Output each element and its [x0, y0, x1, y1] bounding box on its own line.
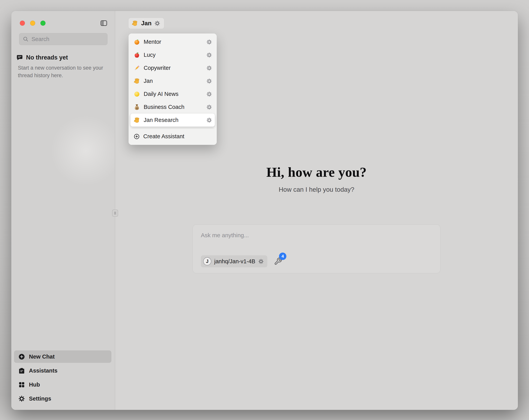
assistant-menu-item-copywriter[interactable]: Copywriter — [131, 61, 215, 74]
orange-emoji-icon — [133, 39, 140, 45]
sidebar-toggle-icon — [100, 19, 107, 27]
assistant-menu: Mentor Lucy Copywriter Jan — [129, 33, 217, 145]
plus-circle-icon — [18, 353, 25, 360]
menu-divider — [132, 128, 214, 128]
gear-icon[interactable] — [206, 104, 212, 110]
gear-icon[interactable] — [258, 259, 264, 264]
model-avatar: J — [203, 257, 211, 265]
app-window: Search No threads yet Start a new conver… — [11, 11, 518, 410]
hub-grid-icon — [18, 381, 25, 388]
assistant-menu-item-jan-research[interactable]: Jan Research — [131, 114, 215, 127]
waving-hand-emoji-icon — [133, 78, 140, 84]
nav-item-label: Settings — [29, 395, 51, 402]
money-bag-emoji-icon — [133, 104, 140, 110]
assistant-menu-item-daily-ai-news[interactable]: Daily AI News — [131, 87, 215, 101]
tools-button[interactable]: 4 — [274, 257, 283, 266]
welcome-section: Hi, how are you? How can I help you toda… — [115, 164, 518, 193]
assistant-menu-item-business-coach[interactable]: Business Coach — [131, 101, 215, 114]
empty-state-body: Start a new conversation to see your thr… — [18, 64, 104, 79]
zoom-button[interactable] — [40, 21, 45, 26]
message-input-placeholder: Ask me anything... — [201, 232, 432, 239]
sidebar-nav: New Chat Assistants Hub Settings — [11, 350, 115, 410]
minimize-button[interactable] — [30, 21, 35, 26]
assistant-menu-item-lucy[interactable]: Lucy — [131, 48, 215, 61]
empty-state-title: No threads yet — [26, 54, 68, 61]
greeting-subtitle: How can I help you today? — [115, 186, 518, 193]
model-selector-button[interactable]: J janhq/Jan-v1-4B — [201, 255, 267, 267]
assistant-menu-label: Copywriter — [144, 65, 203, 71]
tools-count-badge: 4 — [279, 253, 286, 260]
gear-icon — [18, 395, 25, 402]
assistant-menu-item-mentor[interactable]: Mentor — [131, 35, 215, 48]
close-button[interactable] — [20, 21, 25, 26]
gear-icon[interactable] — [206, 65, 212, 71]
assistant-name: Jan — [141, 20, 151, 27]
sidebar-item-new-chat[interactable]: New Chat — [14, 350, 111, 363]
search-placeholder: Search — [31, 36, 49, 42]
sidebar-toggle-button[interactable] — [100, 19, 108, 27]
window-controls — [20, 21, 45, 26]
gear-icon[interactable] — [206, 117, 212, 123]
sidebar: Search No threads yet Start a new conver… — [11, 11, 115, 410]
message-composer[interactable]: Ask me anything... J janhq/Jan-v1-4B 4 — [193, 225, 440, 273]
sidebar-resize-handle[interactable] — [112, 210, 118, 217]
red-apple-emoji-icon — [133, 52, 140, 58]
nav-item-label: New Chat — [29, 353, 55, 360]
greeting-title: Hi, how are you? — [115, 164, 518, 180]
search-icon — [23, 36, 29, 42]
pencil-emoji-icon — [133, 65, 140, 71]
main-header: Jan — [115, 11, 518, 29]
create-assistant-button[interactable]: Create Assistant — [131, 130, 215, 143]
sidebar-item-hub[interactable]: Hub — [14, 378, 111, 391]
assistant-menu-label: Jan — [144, 78, 203, 84]
chat-bubble-icon — [16, 54, 23, 61]
assistants-icon — [18, 367, 25, 374]
sidebar-item-settings[interactable]: Settings — [14, 393, 111, 405]
gear-icon[interactable] — [206, 39, 212, 45]
assistant-menu-label: Lucy — [144, 52, 203, 58]
plus-circle-icon — [133, 133, 140, 140]
sidebar-item-assistants[interactable]: Assistants — [14, 364, 111, 377]
gear-icon[interactable] — [206, 91, 212, 97]
assistant-selector-button[interactable]: Jan — [129, 18, 164, 29]
assistant-menu-label: Jan Research — [144, 117, 203, 123]
gear-icon[interactable] — [206, 52, 212, 58]
sidebar-header — [11, 11, 115, 27]
gear-icon — [154, 20, 160, 26]
waving-hand-emoji-icon — [132, 20, 138, 27]
assistant-menu-label: Mentor — [144, 39, 203, 45]
main-area: Jan Mentor Lucy Copywriter — [115, 11, 518, 410]
assistant-menu-label: Daily AI News — [144, 91, 203, 97]
assistant-menu-label: Business Coach — [144, 104, 203, 110]
nav-item-label: Assistants — [29, 367, 58, 374]
yellow-circle-emoji-icon — [133, 91, 140, 97]
threads-empty-state: No threads yet Start a new conversation … — [11, 45, 115, 79]
nav-item-label: Hub — [29, 381, 40, 388]
model-name: janhq/Jan-v1-4B — [214, 258, 255, 265]
create-assistant-label: Create Assistant — [143, 133, 212, 140]
assistant-menu-item-jan[interactable]: Jan — [131, 74, 215, 87]
waving-hand-emoji-icon — [133, 117, 140, 123]
grip-dots-icon — [113, 211, 117, 216]
desktop-background: Search No threads yet Start a new conver… — [0, 0, 529, 420]
search-input[interactable]: Search — [19, 33, 107, 45]
gear-icon[interactable] — [206, 78, 212, 84]
composer-toolbar: J janhq/Jan-v1-4B 4 — [201, 255, 432, 267]
